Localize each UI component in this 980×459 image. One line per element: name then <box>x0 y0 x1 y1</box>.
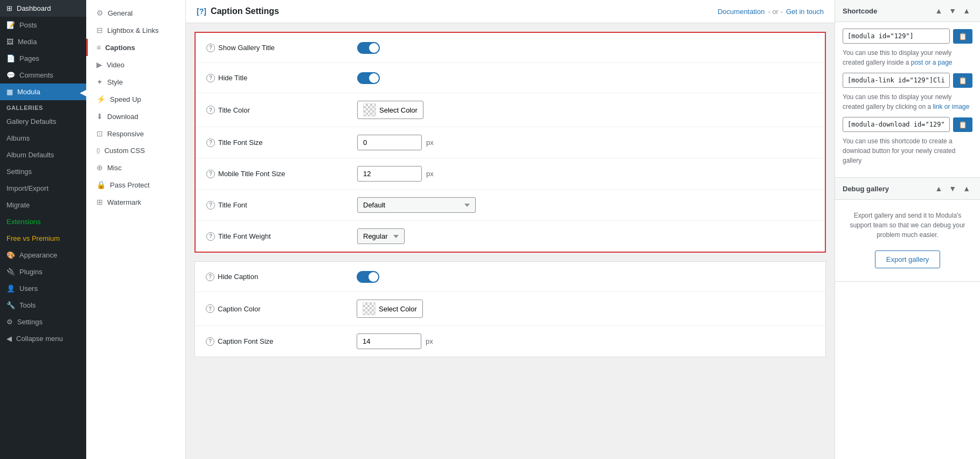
show-gallery-title-help[interactable]: ? <box>206 44 215 52</box>
dashboard-icon: ⊞ <box>6 4 12 12</box>
caption-settings-section: ? Show Gallery Title ? Hide Title <box>194 32 826 253</box>
hide-caption-help[interactable]: ? <box>206 273 214 281</box>
shortcode-copy-btn-3[interactable]: 📋 <box>953 117 972 132</box>
sidebar-item-gallery-defaults[interactable]: Gallery Defaults <box>0 113 86 130</box>
title-font-size-row: ? Title Font Size px <box>196 127 825 158</box>
sub-nav-responsive[interactable]: ⊡ Responsive <box>86 125 185 142</box>
title-font-weight-select[interactable]: Regular Bold Light Italic <box>357 228 405 244</box>
sidebar-item-plugins[interactable]: 🔌 Plugins <box>0 263 86 280</box>
show-gallery-title-toggle[interactable] <box>357 42 380 54</box>
sidebar-item-album-defaults[interactable]: Album Defaults <box>0 147 86 163</box>
sub-nav-lightbox[interactable]: ⊟ Lightbox & Links <box>86 22 185 39</box>
shortcode-desc-2: You can use this to display your newly c… <box>843 92 972 112</box>
sidebar-item-users[interactable]: 👤 Users <box>0 280 86 297</box>
sidebar-item-migrate[interactable]: Migrate <box>0 197 86 213</box>
title-font-weight-help[interactable]: ? <box>206 232 215 241</box>
sub-nav-general[interactable]: ⚙ General <box>86 4 185 22</box>
sub-nav-video[interactable]: ▶ Video <box>86 56 185 73</box>
sub-nav-misc[interactable]: ⊕ Misc <box>86 159 185 176</box>
caption-color-swatch <box>363 302 376 315</box>
caption-color-row: ? Caption Color Select Color <box>195 292 825 326</box>
sub-nav-captions[interactable]: ≡ Captions <box>86 39 185 56</box>
caption-color-help[interactable]: ? <box>206 304 214 313</box>
shortcode-panel-collapse-up[interactable]: ▲ <box>933 5 944 16</box>
caption-font-size-input[interactable] <box>357 333 421 349</box>
sidebar-item-posts[interactable]: 📝 Posts <box>0 17 86 33</box>
title-font-label: Title Font <box>218 201 247 209</box>
title-color-button[interactable]: Select Color <box>357 101 423 119</box>
main-content: ⚙ General ⊟ Lightbox & Links ≡ Captions … <box>86 0 980 459</box>
sub-nav-customcss[interactable]: {} Custom CSS <box>86 142 185 159</box>
sidebar-item-pages[interactable]: 📄 Pages <box>0 50 86 67</box>
sidebar-item-tools[interactable]: 🔧 Tools <box>0 297 86 314</box>
sidebar-item-modula[interactable]: ▦ Modula ◀ <box>0 84 86 100</box>
debug-panel-collapse-down[interactable]: ▼ <box>947 183 958 194</box>
sub-nav-download[interactable]: ⬇ Download <box>86 108 185 125</box>
sidebar-item-settings[interactable]: Settings <box>0 163 86 180</box>
get-in-touch-link[interactable]: Get in touch <box>786 8 824 16</box>
mobile-title-font-size-unit: px <box>426 170 434 178</box>
sidebar-item-settings2[interactable]: ⚙ Settings <box>0 314 86 330</box>
title-font-size-help[interactable]: ? <box>206 138 215 147</box>
hide-title-help[interactable]: ? <box>206 74 215 82</box>
documentation-link[interactable]: Documentation <box>718 8 764 16</box>
shortcode-desc2-link[interactable]: link or image <box>933 103 969 110</box>
hide-title-toggle[interactable] <box>357 72 380 84</box>
sidebar-item-import-export[interactable]: Import/Export <box>0 180 86 197</box>
debug-panel-body: Export gallery and send it to Modula's s… <box>835 200 980 281</box>
sidebar-item-albums[interactable]: Albums <box>0 130 86 147</box>
debug-panel-desc: Export gallery and send it to Modula's s… <box>843 206 972 244</box>
shortcode-panel-minimize[interactable]: ▲ <box>961 5 972 16</box>
sidebar-item-extensions[interactable]: Extensions <box>0 213 86 230</box>
shortcode-input-1[interactable]: [modula id="129"] <box>843 29 950 44</box>
shortcode-desc1-link[interactable]: post or a page <box>911 59 953 66</box>
sidebar-item-comments[interactable]: 💬 Comments <box>0 67 86 84</box>
sidebar-item-appearance[interactable]: 🎨 Appearance <box>0 247 86 263</box>
title-font-help[interactable]: ? <box>206 201 215 210</box>
pages-icon: 📄 <box>6 54 15 62</box>
shortcode-row-1: [modula id="129"] 📋 <box>843 29 972 44</box>
sidebar-item-free-premium[interactable]: Free vs Premium <box>0 230 86 247</box>
title-color-btn-label: Select Color <box>379 106 418 114</box>
sidebar-item-dashboard[interactable]: ⊞ Dashboard <box>0 0 86 17</box>
sub-nav-style[interactable]: ✦ Style <box>86 73 185 91</box>
caption-font-size-label: Caption Font Size <box>218 337 273 345</box>
shortcode-desc-1: You can use this to display your newly c… <box>843 48 972 67</box>
debug-panel: Debug gallery ▲ ▼ ▲ Export gallery and s… <box>835 178 980 282</box>
mobile-title-font-size-row: ? Mobile Title Font Size px <box>196 158 825 190</box>
export-gallery-button[interactable]: Export gallery <box>875 251 940 268</box>
hide-caption-toggle[interactable] <box>357 271 379 283</box>
title-font-select[interactable]: Default Arial Georgia Helvetica Times Ne… <box>357 197 476 213</box>
mobile-title-font-size-help[interactable]: ? <box>206 170 215 178</box>
sub-nav-speedup[interactable]: ⚡ Speed Up <box>86 91 185 108</box>
captions-icon: ≡ <box>96 43 101 52</box>
shortcode-row-2: [modula-link id="129"]Click her 📋 <box>843 73 972 88</box>
shortcode-copy-btn-2[interactable]: 📋 <box>953 73 972 88</box>
shortcode-input-3[interactable]: [modula-download id="129"]Dc <box>843 117 950 132</box>
title-color-label: Title Color <box>218 106 250 114</box>
caption-settings-icon: [?] <box>197 7 206 16</box>
plugins-icon: 🔌 <box>6 268 15 276</box>
sidebar-collapse[interactable]: ◀ Collapse menu <box>0 330 86 347</box>
title-font-size-input[interactable] <box>357 135 422 150</box>
title-color-help[interactable]: ? <box>206 106 215 114</box>
caption-color-button[interactable]: Select Color <box>357 300 423 318</box>
comments-icon: 💬 <box>6 71 15 79</box>
shortcode-panel-collapse-down[interactable]: ▼ <box>947 5 958 16</box>
debug-panel-minimize[interactable]: ▲ <box>961 183 972 194</box>
caption-font-size-unit: px <box>426 337 433 345</box>
shortcode-input-2[interactable]: [modula-link id="129"]Click her <box>843 73 950 88</box>
shortcode-copy-btn-1[interactable]: 📋 <box>953 29 972 44</box>
sub-nav-watermark[interactable]: ⊞ Watermark <box>86 193 185 211</box>
sub-sidebar: ⚙ General ⊟ Lightbox & Links ≡ Captions … <box>86 0 186 459</box>
show-gallery-title-label: Show Gallery Title <box>218 44 275 52</box>
mobile-title-font-size-input[interactable] <box>357 166 422 182</box>
sidebar-item-media[interactable]: 🖼 Media <box>0 33 86 50</box>
shortcode-row-3: [modula-download id="129"]Dc 📋 <box>843 117 972 132</box>
caption-font-size-help[interactable]: ? <box>206 337 214 346</box>
debug-panel-collapse-up[interactable]: ▲ <box>933 183 944 194</box>
speedup-icon: ⚡ <box>96 95 106 103</box>
admin-sidebar: ⊞ Dashboard 📝 Posts 🖼 Media 📄 Pages 💬 Co… <box>0 0 86 459</box>
lightbox-icon: ⊟ <box>96 26 103 34</box>
sub-nav-passprotect[interactable]: 🔒 Pass Protect <box>86 176 185 193</box>
